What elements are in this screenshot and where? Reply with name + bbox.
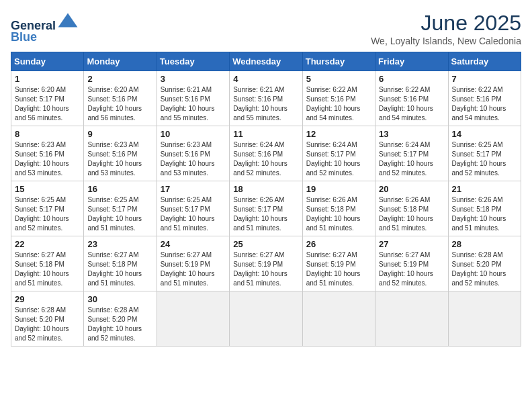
day-info: Sunrise: 6:25 AMSunset: 5:17 PMDaylight:… xyxy=(161,196,215,232)
calendar-cell: 17Sunrise: 6:25 AMSunset: 5:17 PMDayligh… xyxy=(157,181,229,236)
day-number: 23 xyxy=(87,239,152,249)
calendar-cell: 11Sunrise: 6:24 AMSunset: 5:16 PMDayligh… xyxy=(230,126,302,181)
day-info: Sunrise: 6:24 AMSunset: 5:16 PMDaylight:… xyxy=(233,141,287,177)
calendar-cell: 14Sunrise: 6:25 AMSunset: 5:17 PMDayligh… xyxy=(448,126,521,181)
calendar-cell: 26Sunrise: 6:27 AMSunset: 5:19 PMDayligh… xyxy=(302,236,375,291)
day-info: Sunrise: 6:28 AMSunset: 5:20 PMDaylight:… xyxy=(452,251,506,287)
day-info: Sunrise: 6:25 AMSunset: 5:17 PMDaylight:… xyxy=(452,141,506,177)
day-info: Sunrise: 6:23 AMSunset: 5:16 PMDaylight:… xyxy=(87,141,142,177)
day-info: Sunrise: 6:22 AMSunset: 5:16 PMDaylight:… xyxy=(452,86,506,122)
day-number: 11 xyxy=(233,129,298,139)
calendar-cell: 24Sunrise: 6:27 AMSunset: 5:19 PMDayligh… xyxy=(157,236,229,291)
day-number: 26 xyxy=(306,239,371,249)
header-saturday: Saturday xyxy=(448,52,521,71)
title-section: June 2025 We, Loyalty Islands, New Caled… xyxy=(371,11,521,46)
day-info: Sunrise: 6:21 AMSunset: 5:16 PMDaylight:… xyxy=(161,86,215,122)
header-thursday: Thursday xyxy=(302,52,375,71)
day-info: Sunrise: 6:27 AMSunset: 5:18 PMDaylight:… xyxy=(15,251,69,287)
calendar-cell: 15Sunrise: 6:25 AMSunset: 5:17 PMDayligh… xyxy=(11,181,84,236)
logo: General Blue xyxy=(11,11,79,44)
day-info: Sunrise: 6:23 AMSunset: 5:16 PMDaylight:… xyxy=(161,141,215,177)
day-info: Sunrise: 6:28 AMSunset: 5:20 PMDaylight:… xyxy=(87,306,142,342)
day-number: 14 xyxy=(452,129,517,139)
location-title: We, Loyalty Islands, New Caledonia xyxy=(371,36,521,46)
day-info: Sunrise: 6:26 AMSunset: 5:17 PMDaylight:… xyxy=(233,196,287,232)
day-info: Sunrise: 6:27 AMSunset: 5:19 PMDaylight:… xyxy=(233,251,287,287)
day-number: 6 xyxy=(379,74,444,84)
calendar-cell: 9Sunrise: 6:23 AMSunset: 5:16 PMDaylight… xyxy=(84,126,157,181)
day-number: 21 xyxy=(452,184,517,194)
day-number: 17 xyxy=(161,184,226,194)
svg-marker-0 xyxy=(58,13,78,28)
calendar-cell: 10Sunrise: 6:23 AMSunset: 5:16 PMDayligh… xyxy=(157,126,229,181)
header-monday: Monday xyxy=(84,52,157,71)
calendar-cell xyxy=(375,291,448,347)
calendar-cell: 7Sunrise: 6:22 AMSunset: 5:16 PMDaylight… xyxy=(448,71,521,126)
day-number: 9 xyxy=(87,129,152,139)
calendar-cell xyxy=(448,291,521,347)
calendar-cell: 22Sunrise: 6:27 AMSunset: 5:18 PMDayligh… xyxy=(11,236,84,291)
day-number: 25 xyxy=(233,239,298,249)
day-info: Sunrise: 6:27 AMSunset: 5:18 PMDaylight:… xyxy=(87,251,142,287)
day-number: 27 xyxy=(379,239,444,249)
header-sunday: Sunday xyxy=(11,52,84,71)
day-info: Sunrise: 6:25 AMSunset: 5:17 PMDaylight:… xyxy=(87,196,142,232)
calendar-cell: 13Sunrise: 6:24 AMSunset: 5:17 PMDayligh… xyxy=(375,126,448,181)
day-info: Sunrise: 6:21 AMSunset: 5:16 PMDaylight:… xyxy=(233,86,287,122)
calendar-cell: 4Sunrise: 6:21 AMSunset: 5:16 PMDaylight… xyxy=(230,71,302,126)
calendar-cell: 28Sunrise: 6:28 AMSunset: 5:20 PMDayligh… xyxy=(448,236,521,291)
header-tuesday: Tuesday xyxy=(157,52,229,71)
day-number: 10 xyxy=(161,129,226,139)
calendar-table: Sunday Monday Tuesday Wednesday Thursday… xyxy=(11,52,521,347)
day-number: 7 xyxy=(452,74,517,84)
day-number: 20 xyxy=(379,184,444,194)
day-info: Sunrise: 6:26 AMSunset: 5:18 PMDaylight:… xyxy=(452,196,506,232)
day-number: 15 xyxy=(15,184,80,194)
header-wednesday: Wednesday xyxy=(230,52,302,71)
day-info: Sunrise: 6:23 AMSunset: 5:16 PMDaylight:… xyxy=(15,141,69,177)
calendar-cell: 18Sunrise: 6:26 AMSunset: 5:17 PMDayligh… xyxy=(230,181,302,236)
day-info: Sunrise: 6:22 AMSunset: 5:16 PMDaylight:… xyxy=(379,86,433,122)
day-number: 3 xyxy=(161,74,226,84)
calendar-cell: 30Sunrise: 6:28 AMSunset: 5:20 PMDayligh… xyxy=(84,291,157,347)
day-info: Sunrise: 6:22 AMSunset: 5:16 PMDaylight:… xyxy=(306,86,361,122)
month-title: June 2025 xyxy=(371,11,521,36)
day-number: 18 xyxy=(233,184,298,194)
calendar-cell: 3Sunrise: 6:21 AMSunset: 5:16 PMDaylight… xyxy=(157,71,229,126)
day-number: 8 xyxy=(15,129,80,139)
logo-blue: Blue xyxy=(11,30,37,44)
calendar-cell: 21Sunrise: 6:26 AMSunset: 5:18 PMDayligh… xyxy=(448,181,521,236)
day-info: Sunrise: 6:26 AMSunset: 5:18 PMDaylight:… xyxy=(379,196,433,232)
header-friday: Friday xyxy=(375,52,448,71)
calendar-cell: 5Sunrise: 6:22 AMSunset: 5:16 PMDaylight… xyxy=(302,71,375,126)
day-info: Sunrise: 6:27 AMSunset: 5:19 PMDaylight:… xyxy=(379,251,433,287)
calendar-cell: 8Sunrise: 6:23 AMSunset: 5:16 PMDaylight… xyxy=(11,126,84,181)
day-number: 30 xyxy=(87,294,152,304)
day-number: 4 xyxy=(233,74,298,84)
day-info: Sunrise: 6:26 AMSunset: 5:18 PMDaylight:… xyxy=(306,196,361,232)
day-number: 24 xyxy=(161,239,226,249)
calendar-cell: 1Sunrise: 6:20 AMSunset: 5:17 PMDaylight… xyxy=(11,71,84,126)
calendar-cell: 6Sunrise: 6:22 AMSunset: 5:16 PMDaylight… xyxy=(375,71,448,126)
day-number: 19 xyxy=(306,184,371,194)
calendar-cell: 12Sunrise: 6:24 AMSunset: 5:17 PMDayligh… xyxy=(302,126,375,181)
day-number: 29 xyxy=(15,294,80,304)
calendar-cell: 20Sunrise: 6:26 AMSunset: 5:18 PMDayligh… xyxy=(375,181,448,236)
header: General Blue June 2025 We, Loyalty Islan… xyxy=(11,11,521,46)
calendar-cell: 19Sunrise: 6:26 AMSunset: 5:18 PMDayligh… xyxy=(302,181,375,236)
day-number: 2 xyxy=(87,74,152,84)
day-info: Sunrise: 6:28 AMSunset: 5:20 PMDaylight:… xyxy=(15,306,69,342)
calendar-cell: 25Sunrise: 6:27 AMSunset: 5:19 PMDayligh… xyxy=(230,236,302,291)
calendar-cell: 16Sunrise: 6:25 AMSunset: 5:17 PMDayligh… xyxy=(84,181,157,236)
calendar-cell xyxy=(302,291,375,347)
day-number: 13 xyxy=(379,129,444,139)
day-number: 12 xyxy=(306,129,371,139)
calendar-cell: 29Sunrise: 6:28 AMSunset: 5:20 PMDayligh… xyxy=(11,291,84,347)
day-info: Sunrise: 6:24 AMSunset: 5:17 PMDaylight:… xyxy=(306,141,361,177)
calendar-cell: 23Sunrise: 6:27 AMSunset: 5:18 PMDayligh… xyxy=(84,236,157,291)
day-number: 22 xyxy=(15,239,80,249)
calendar-cell: 2Sunrise: 6:20 AMSunset: 5:16 PMDaylight… xyxy=(84,71,157,126)
calendar-cell: 27Sunrise: 6:27 AMSunset: 5:19 PMDayligh… xyxy=(375,236,448,291)
calendar-cell xyxy=(157,291,229,347)
day-info: Sunrise: 6:24 AMSunset: 5:17 PMDaylight:… xyxy=(379,141,433,177)
